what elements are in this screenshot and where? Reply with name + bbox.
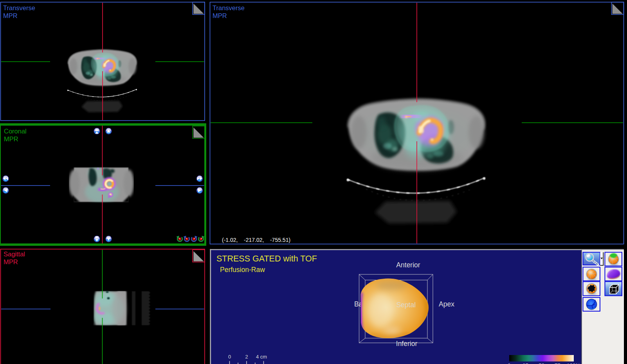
svg-text:2: 2	[245, 354, 248, 360]
svg-text:0: 0	[508, 362, 511, 364]
svg-text:75: 75	[555, 362, 560, 364]
svg-text:4 cm: 4 cm	[256, 354, 267, 360]
svg-text:MPR: MPR	[3, 12, 18, 19]
svg-text:Apex: Apex	[439, 300, 454, 308]
svg-text:Sagittal: Sagittal	[4, 250, 25, 258]
svg-text:(-1.02, -217.02, -755.51: (-1.02, -217.02, -755.51)	[222, 237, 290, 243]
svg-text:MPR: MPR	[213, 12, 227, 19]
svg-text:25: 25	[522, 362, 528, 364]
svg-text:100%: 100%	[567, 362, 580, 364]
svg-text:Anterior: Anterior	[396, 261, 420, 269]
svg-text:Inferior: Inferior	[396, 340, 418, 348]
svg-text:Transverse: Transverse	[3, 4, 35, 11]
svg-text:MPR: MPR	[4, 135, 18, 142]
svg-text:Coronal: Coronal	[4, 128, 27, 135]
svg-text:Transverse: Transverse	[213, 4, 245, 11]
svg-text:STRESS GATED with TOF: STRESS GATED with TOF	[216, 254, 317, 263]
svg-text:Perfusion-Raw: Perfusion-Raw	[220, 266, 265, 274]
svg-text:MPR: MPR	[4, 258, 18, 265]
svg-text:0: 0	[228, 354, 231, 360]
svg-text:50: 50	[539, 362, 544, 364]
svg-text:Septal: Septal	[396, 301, 416, 309]
